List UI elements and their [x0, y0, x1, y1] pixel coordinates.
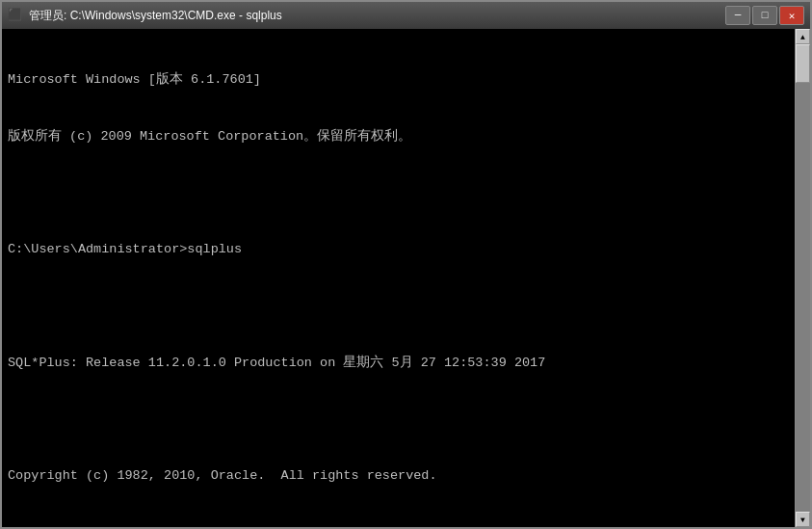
terminal-line-2: 版权所有 (c) 2009 Microsoft Corporation。保留所有…: [8, 127, 789, 146]
scrollbar-track: [796, 44, 810, 512]
terminal-line-3: [8, 184, 789, 203]
terminal-line-9: [8, 523, 789, 527]
terminal-line-6: SQL*Plus: Release 11.2.0.1.0 Production …: [8, 354, 789, 373]
scrollbar: ▲ ▼: [795, 29, 810, 527]
cmd-body: Microsoft Windows [版本 6.1.7601] 版权所有 (c)…: [2, 29, 810, 527]
terminal-line-8: Copyright (c) 1982, 2010, Oracle. All ri…: [8, 466, 789, 486]
title-bar-text: 管理员: C:\Windows\system32\CMD.exe - sqlpl…: [29, 8, 725, 24]
cmd-window: ⬛ 管理员: C:\Windows\system32\CMD.exe - sql…: [0, 0, 812, 529]
terminal-line-5: [8, 297, 789, 316]
scroll-down-button[interactable]: ▼: [796, 512, 810, 527]
terminal-line-1: Microsoft Windows [版本 6.1.7601]: [8, 70, 789, 90]
title-bar: ⬛ 管理员: C:\Windows\system32\CMD.exe - sql…: [2, 2, 810, 29]
terminal-line-4: C:\Users\Administrator>sqlplus: [8, 240, 789, 259]
title-bar-buttons: ─ □ ✕: [725, 6, 804, 25]
maximize-button[interactable]: □: [752, 6, 777, 25]
cmd-icon: ⬛: [8, 8, 23, 23]
terminal-line-7: [8, 410, 789, 429]
minimize-button[interactable]: ─: [725, 6, 750, 25]
scrollbar-thumb[interactable]: [796, 44, 810, 83]
terminal-output[interactable]: Microsoft Windows [版本 6.1.7601] 版权所有 (c)…: [2, 29, 795, 527]
scroll-up-button[interactable]: ▲: [796, 29, 810, 44]
close-button[interactable]: ✕: [779, 6, 804, 25]
